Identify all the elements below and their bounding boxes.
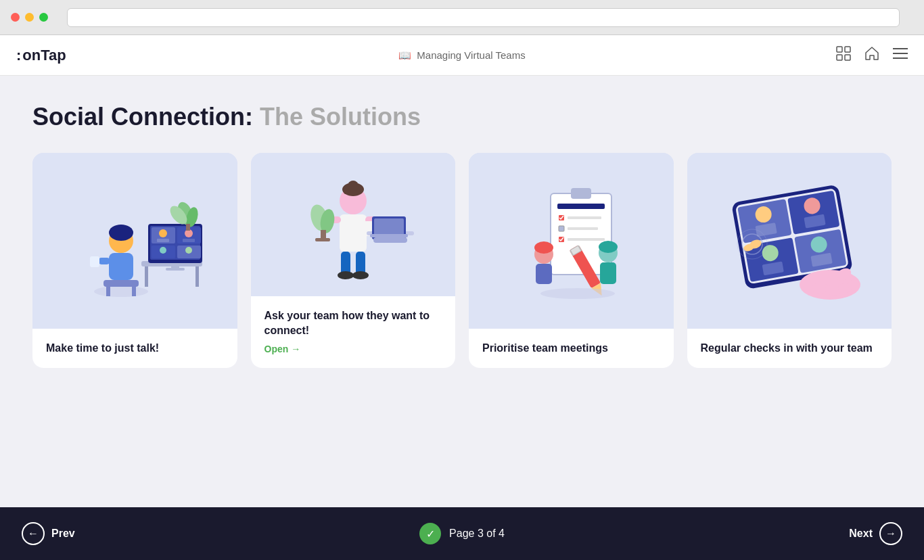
traffic-light-red[interactable] bbox=[11, 13, 20, 22]
svg-rect-36 bbox=[186, 224, 190, 231]
svg-rect-25 bbox=[157, 239, 169, 242]
logo[interactable]: :onTap bbox=[16, 47, 66, 64]
card-3-label: Prioritise team meetings bbox=[469, 329, 674, 368]
traffic-light-yellow[interactable] bbox=[25, 13, 34, 22]
card-4-illustration bbox=[687, 153, 892, 329]
svg-rect-65 bbox=[568, 238, 605, 241]
svg-rect-13 bbox=[103, 280, 139, 287]
svg-point-46 bbox=[338, 271, 354, 279]
course-title: Managing Virtual Teams bbox=[417, 49, 525, 61]
prev-label: Prev bbox=[51, 528, 75, 540]
card-3[interactable]: Prioritise team meetings bbox=[469, 153, 674, 368]
svg-rect-52 bbox=[373, 237, 407, 243]
svg-point-7 bbox=[94, 286, 148, 297]
svg-point-32 bbox=[185, 247, 192, 254]
next-button[interactable]: Next → bbox=[849, 522, 902, 545]
svg-rect-62 bbox=[559, 226, 564, 231]
app: :onTap 📖 Managing Virtual Teams bbox=[0, 35, 924, 560]
card-4-label: Regular checks in with your team bbox=[687, 329, 892, 368]
svg-rect-2 bbox=[837, 55, 842, 60]
card-2-open-link[interactable]: Open → bbox=[264, 343, 442, 356]
logo-colon: : bbox=[16, 47, 21, 64]
svg-rect-12 bbox=[90, 256, 99, 267]
navbar: :onTap 📖 Managing Virtual Teams bbox=[0, 35, 924, 76]
svg-point-39 bbox=[348, 181, 359, 191]
check-icon: ✓ bbox=[419, 523, 441, 544]
svg-rect-58 bbox=[571, 188, 591, 199]
next-arrow-icon: → bbox=[879, 522, 902, 545]
traffic-light-green[interactable] bbox=[39, 13, 48, 22]
card-3-illustration bbox=[469, 153, 674, 329]
footer: ← Prev ✓ Page 3 of 4 Next → bbox=[0, 507, 924, 560]
title-light: The Solutions bbox=[253, 103, 421, 131]
prev-arrow-icon: ← bbox=[22, 522, 45, 545]
home-icon[interactable] bbox=[864, 46, 879, 64]
card-2-label: Ask your team how they want to connect! … bbox=[251, 296, 456, 368]
page-label: Page 3 of 4 bbox=[449, 528, 505, 540]
svg-rect-71 bbox=[536, 264, 552, 284]
url-bar[interactable] bbox=[67, 8, 900, 27]
card-2[interactable]: Ask your team how they want to connect! … bbox=[251, 153, 456, 368]
svg-point-24 bbox=[159, 229, 167, 237]
svg-point-9 bbox=[109, 225, 133, 241]
svg-rect-15 bbox=[132, 287, 136, 296]
svg-rect-51 bbox=[370, 234, 408, 237]
svg-point-47 bbox=[352, 271, 369, 279]
svg-rect-11 bbox=[98, 258, 110, 264]
svg-rect-10 bbox=[109, 253, 133, 280]
cards-grid: Make time to just talk! bbox=[32, 153, 892, 368]
svg-rect-28 bbox=[183, 239, 195, 242]
svg-point-92 bbox=[812, 283, 828, 294]
svg-rect-21 bbox=[171, 263, 179, 269]
svg-rect-1 bbox=[845, 47, 850, 52]
card-2-illustration bbox=[251, 153, 456, 296]
svg-point-72 bbox=[534, 241, 553, 254]
svg-rect-61 bbox=[568, 216, 601, 219]
svg-rect-3 bbox=[845, 55, 850, 60]
svg-rect-63 bbox=[568, 227, 598, 230]
page-title: Social Connection: The Solutions bbox=[32, 103, 892, 131]
svg-point-75 bbox=[599, 241, 618, 253]
page-indicator: ✓ Page 3 of 4 bbox=[419, 523, 505, 544]
svg-rect-50 bbox=[374, 218, 404, 237]
nav-center: 📖 Managing Virtual Teams bbox=[398, 49, 525, 62]
book-icon: 📖 bbox=[398, 49, 411, 62]
svg-rect-0 bbox=[837, 47, 842, 52]
svg-rect-59 bbox=[557, 204, 605, 209]
prev-button[interactable]: ← Prev bbox=[22, 522, 75, 545]
menu-icon[interactable] bbox=[893, 47, 908, 63]
card-1-label: Make time to just talk! bbox=[32, 329, 237, 368]
main-content: Social Connection: The Solutions bbox=[0, 76, 924, 507]
svg-rect-40 bbox=[340, 214, 367, 252]
title-bold: Social Connection: bbox=[32, 103, 253, 131]
card-4[interactable]: Regular checks in with your team bbox=[687, 153, 892, 368]
next-label: Next bbox=[849, 528, 873, 540]
svg-rect-22 bbox=[166, 268, 185, 271]
svg-rect-14 bbox=[106, 287, 110, 296]
svg-point-76 bbox=[540, 288, 615, 299]
title-bar bbox=[0, 0, 924, 35]
svg-rect-74 bbox=[600, 262, 616, 284]
svg-rect-56 bbox=[315, 238, 330, 241]
svg-rect-17 bbox=[145, 266, 148, 287]
card-1-illustration bbox=[32, 153, 237, 329]
svg-rect-18 bbox=[195, 266, 199, 287]
card-1[interactable]: Make time to just talk! bbox=[32, 153, 237, 368]
svg-point-30 bbox=[160, 247, 166, 254]
nav-right bbox=[836, 46, 908, 64]
logo-text: onTap bbox=[22, 47, 66, 64]
grid-icon[interactable] bbox=[836, 46, 851, 64]
svg-point-95 bbox=[848, 280, 860, 289]
